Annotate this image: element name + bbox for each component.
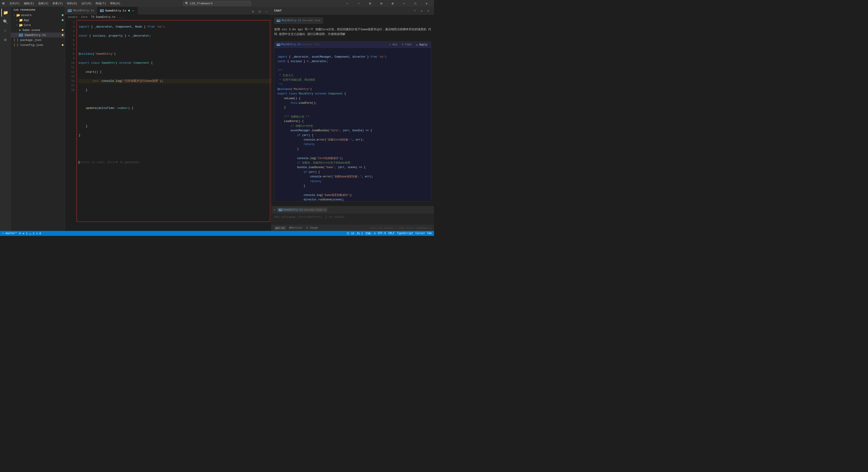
ask-button[interactable]: ↩ Ask	[388, 42, 399, 47]
copy-button[interactable]: ⎘ Copy	[401, 42, 413, 47]
menu-file[interactable]: 文件(F)	[8, 1, 22, 6]
ts-icon: TS	[68, 9, 72, 12]
code-line-10: update(deltaTime: number) {	[79, 106, 271, 111]
sidebar-item-assets[interactable]: ▾ 📂 assets	[11, 13, 65, 18]
tab-game-entry[interactable]: TS GameEntry.ts ✕	[97, 7, 138, 14]
chevron-down-icon: ▾	[16, 24, 18, 26]
chat-code-header: TS MainEntry.ts Current File ↩ Ask ⎘ Cop…	[274, 41, 431, 48]
menu-bar[interactable]: 文件(F) 编辑(E) 选择(S) 查看(V) 转到(G) 运行(R) 终端(T…	[8, 1, 122, 6]
chat-input-area[interactable]: Ask followup (Ctrl+Shift+Y), 1 to select	[272, 214, 434, 225]
position-status[interactable]: 行 16，列 1	[347, 231, 363, 235]
menu-run[interactable]: 运行(R)	[80, 1, 94, 6]
tab-actions: ⊟ ⊡ ⋯	[248, 8, 271, 14]
menu-view[interactable]: 查看(V)	[51, 1, 65, 6]
sidebar-item-game-entry[interactable]: TS GameEntry.ts	[11, 33, 65, 37]
code-content[interactable]: import { _decorator, Component, Node } f…	[76, 20, 271, 231]
extensions-icon[interactable]: ⊞	[1, 36, 9, 44]
maximize-button[interactable]: ❐	[410, 0, 421, 7]
close-button[interactable]: ✕	[421, 0, 432, 7]
image-button[interactable]: ⎘ Image	[305, 226, 319, 230]
info-status[interactable]: ⊙ 0	[36, 232, 41, 235]
toggle-layout-button[interactable]: ⊡	[257, 8, 263, 14]
breadcrumb-assets[interactable]: assets	[68, 15, 78, 19]
sidebar-item-label: Game.scene	[23, 29, 40, 32]
statusbar: ⑃ master* ⟲ ⊗ 1 △ 2 ⊙ 0 行 16，列 1 空格: 4 U…	[0, 231, 434, 236]
nav-forward[interactable]: →	[353, 0, 364, 7]
explorer-icon[interactable]: 📁	[1, 8, 9, 17]
model-selector[interactable]: gpt-4o	[274, 226, 286, 230]
code-line-16: Ctrl+L to chat, Ctrl+K to generate	[79, 160, 271, 165]
chat-file-ref-main[interactable]: TS MainEntry.ts Current File	[274, 18, 323, 24]
warning-status[interactable]: △ 2	[29, 232, 34, 235]
encoding-status[interactable]: UTF-8	[378, 232, 386, 235]
tab-main-entry[interactable]: TS MainEntry.ts	[65, 7, 97, 14]
menu-select[interactable]: 选择(S)	[36, 1, 51, 6]
chat-input-placeholder: Ask followup (Ctrl+Shift+Y), 1 to select	[274, 215, 345, 219]
tab-close-button[interactable]: ✕	[131, 9, 135, 12]
json-file-icon: { }	[13, 38, 19, 41]
code-editor[interactable]: 1 2 3 4 5 6 7 8 9 10 11 12 13 14 15 16 i…	[65, 20, 271, 231]
split-icon[interactable]: ⊡	[376, 0, 386, 7]
branch-status[interactable]: ⑃ master*	[2, 232, 17, 235]
language-status[interactable]: TypeScript	[397, 232, 413, 235]
add-file-icon[interactable]: +	[274, 208, 276, 212]
menu-help[interactable]: 帮助(H)	[108, 1, 122, 6]
code-filename-label: MainEntry.ts	[281, 43, 301, 46]
line-numbers: 1 2 3 4 5 6 7 8 9 10 11 12 13 14 15 16	[65, 20, 76, 231]
breadcrumb-file[interactable]: TS GameEntry.ts	[91, 15, 115, 19]
main-layout: 📁 🔍 ⑃ ⊞ C2D FRAMEWORK ▾ 📂 assets ▸ 📁 App	[0, 7, 434, 231]
line-ending-status[interactable]: CRLF	[388, 232, 395, 235]
modified-dot	[62, 14, 64, 16]
close-chat-button[interactable]: ✕	[426, 8, 431, 13]
sidebar-item-app[interactable]: ▸ 📁 App	[11, 18, 65, 23]
nav-back[interactable]: ←	[342, 0, 352, 7]
sidebar-item-game-scene[interactable]: ◈ Game.scene	[11, 28, 65, 33]
apply-button[interactable]: ↵ Apply	[415, 42, 429, 47]
sidebar-item-label: assets	[21, 13, 32, 17]
chat-file-tab-game-entry[interactable]: TS GameEntry.ts Current File ✕	[277, 208, 327, 212]
search-activity-icon[interactable]: 🔍	[1, 18, 9, 26]
minimize-button[interactable]: —	[399, 0, 409, 7]
spaces-status[interactable]: 空格: 4	[365, 231, 376, 235]
split-editor-button[interactable]: ⊟	[250, 8, 256, 14]
remove-file-tab-button[interactable]: ✕	[324, 208, 326, 212]
chat-body[interactable]: TS MainEntry.ts Current File 使用 ccc 3.8x…	[272, 15, 434, 206]
error-status[interactable]: ⊗ 1	[23, 232, 28, 235]
tab-label: MainEntry.ts	[73, 9, 94, 12]
code-line-1: import { _decorator, Component, Node } f…	[79, 25, 271, 29]
cursor-style-status[interactable]: Cursor Tab	[415, 232, 432, 235]
editor-area: TS MainEntry.ts TS GameEntry.ts ✕ ⊟ ⊡ ⋯ …	[65, 7, 271, 231]
git-icon[interactable]: ⑃	[1, 27, 9, 35]
new-chat-button[interactable]: +	[412, 8, 418, 13]
layout-icon[interactable]: ⊟	[365, 0, 375, 7]
breadcrumb-symbol[interactable]: ...	[119, 15, 124, 19]
folder-icon: 📁	[19, 18, 23, 22]
breadcrumb-core[interactable]: Core	[81, 15, 88, 19]
menu-edit[interactable]: 编辑(E)	[22, 1, 36, 6]
code-line-2: const { ccclass, property } = _decorator…	[79, 34, 271, 38]
json-file-icon: { }	[13, 43, 19, 46]
sidebar: C2D FRAMEWORK ▾ 📂 assets ▸ 📁 App ▾ 📂 Cor…	[11, 7, 65, 231]
chevron-right-icon: ▸	[16, 19, 18, 22]
code-line-11	[79, 115, 271, 120]
menu-goto[interactable]: 转到(G)	[65, 1, 79, 6]
settings-icon[interactable]: ⚙	[388, 0, 398, 7]
search-bar[interactable]: 🔍 c2d_framework	[183, 1, 251, 6]
sidebar-item-package-json[interactable]: { } package.json	[11, 37, 65, 42]
sidebar-item-core[interactable]: ▾ 📂 Core	[11, 23, 65, 28]
ts-icon: TS	[277, 43, 280, 46]
file-tab-label: GameEntry.ts	[283, 208, 303, 212]
menu-terminal[interactable]: 终端(T)	[94, 1, 108, 6]
mention-button[interactable]: @Mention	[288, 226, 304, 230]
scene-file-icon: ◈	[19, 28, 21, 32]
window-controls[interactable]: ← → ⊟ ⊡ ⚙ — ❐ ✕	[342, 0, 432, 7]
sidebar-item-label: tsconfig.json	[20, 43, 43, 47]
chat-header: CHAT + ↺ ✕	[272, 7, 434, 15]
more-actions-button[interactable]: ⋯	[264, 8, 270, 14]
sync-status[interactable]: ⟲	[19, 232, 21, 235]
sidebar-item-tsconfig-json[interactable]: { } tsconfig.json	[11, 42, 65, 48]
chevron-down-icon: ▾	[13, 14, 15, 17]
history-button[interactable]: ↺	[418, 8, 425, 13]
statusbar-right: 行 16，列 1 空格: 4 UTF-8 CRLF TypeScript Cur…	[347, 231, 432, 235]
modified-dot	[62, 29, 64, 31]
